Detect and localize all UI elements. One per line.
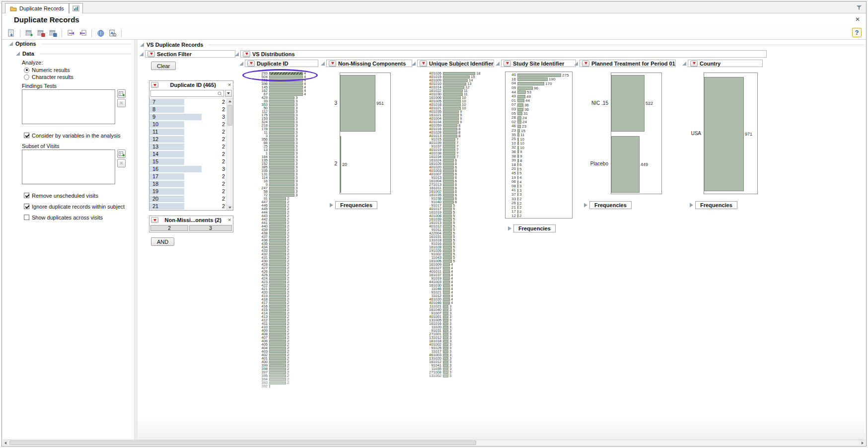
findings-tests-listbox[interactable] bbox=[22, 89, 115, 124]
hist-row[interactable]: 389 bbox=[506, 154, 572, 158]
hist-bar[interactable] bbox=[269, 228, 286, 231]
hist-bar[interactable] bbox=[269, 308, 286, 311]
hist-row[interactable]: 122 bbox=[506, 214, 572, 219]
disclosure-closed-icon[interactable] bbox=[584, 203, 587, 208]
scroll-down-arrow[interactable] bbox=[227, 205, 233, 210]
hist-bar[interactable] bbox=[517, 90, 526, 94]
hist-row[interactable]: 2824 bbox=[506, 116, 572, 120]
funnel-icon[interactable] bbox=[856, 4, 862, 11]
hist-bar[interactable] bbox=[269, 281, 286, 284]
scrollbar-thumb[interactable] bbox=[9, 441, 476, 445]
hist-row[interactable]: 0736 bbox=[506, 103, 572, 107]
hist-bar[interactable] bbox=[443, 295, 450, 298]
hist-bar[interactable] bbox=[269, 79, 303, 82]
hist-bar[interactable] bbox=[269, 72, 303, 75]
hist-bar[interactable] bbox=[443, 159, 454, 162]
hist-bar[interactable] bbox=[443, 322, 448, 325]
hist-bar[interactable] bbox=[269, 145, 294, 148]
options-header[interactable]: Options bbox=[9, 41, 131, 47]
hist-bar[interactable] bbox=[269, 103, 294, 106]
data-header[interactable]: Data bbox=[16, 51, 131, 57]
hist-bar[interactable] bbox=[269, 232, 286, 235]
hist-row[interactable]: 413 bbox=[506, 188, 572, 193]
hist-row[interactable]: 212 bbox=[506, 205, 572, 210]
hist-row[interactable]: 398 bbox=[506, 158, 572, 163]
hist-bar[interactable] bbox=[443, 138, 455, 141]
hist-row[interactable]: 205 bbox=[506, 167, 572, 171]
scroll-up-arrow[interactable] bbox=[227, 98, 233, 104]
filter-row[interactable]: 202 bbox=[149, 195, 226, 203]
column-header-study-site-identifier[interactable]: Study Site Identifier bbox=[501, 60, 576, 67]
panel-splitter[interactable] bbox=[134, 40, 138, 440]
hist-bar[interactable] bbox=[269, 162, 294, 165]
annotate-report-button[interactable]: A bbox=[107, 28, 118, 38]
hist-bar[interactable] bbox=[269, 368, 286, 371]
hist-bar[interactable] bbox=[269, 215, 286, 218]
filter-row[interactable]: 212 bbox=[149, 203, 226, 210]
checkbox-show-duplicates[interactable]: Show duplicates across visits bbox=[24, 215, 103, 221]
hist-bar[interactable] bbox=[443, 82, 466, 85]
hist-bar[interactable] bbox=[269, 246, 286, 249]
close-filter-icon[interactable]: ✕ bbox=[227, 82, 231, 87]
hist-bar[interactable] bbox=[269, 301, 286, 304]
filter-row[interactable]: 102 bbox=[149, 121, 226, 128]
web-report-button[interactable] bbox=[95, 28, 106, 38]
filter-row[interactable]: 142 bbox=[149, 150, 226, 158]
hist-bar[interactable] bbox=[517, 99, 524, 102]
hist-row[interactable]: 262 bbox=[506, 201, 572, 206]
hist-bar[interactable] bbox=[443, 128, 457, 131]
hist-bar[interactable] bbox=[517, 74, 561, 77]
radio-icon[interactable] bbox=[24, 75, 29, 80]
hist-bar[interactable] bbox=[269, 96, 294, 99]
hist-bar[interactable] bbox=[443, 197, 454, 200]
hist-bar[interactable] bbox=[443, 298, 450, 301]
disclosure-icon[interactable] bbox=[239, 62, 243, 66]
hist-bar[interactable] bbox=[517, 108, 523, 111]
disclosure-icon[interactable] bbox=[321, 62, 325, 66]
hist-row[interactable]: 04170 bbox=[506, 81, 572, 86]
checkbox-remove-unscheduled[interactable]: Remove unscheduled visits bbox=[24, 193, 98, 199]
hist-bar[interactable] bbox=[269, 135, 294, 138]
hist-bar[interactable] bbox=[269, 329, 286, 332]
hist-bar[interactable] bbox=[269, 312, 286, 315]
red-triangle-menu[interactable] bbox=[329, 61, 336, 67]
hist-bar[interactable] bbox=[443, 284, 450, 287]
hist-bar[interactable] bbox=[443, 228, 452, 231]
hist-bar[interactable] bbox=[269, 149, 294, 151]
search-input[interactable] bbox=[150, 90, 224, 97]
hist-bar[interactable] bbox=[517, 116, 521, 120]
hist-bar[interactable] bbox=[443, 162, 454, 165]
hist-row[interactable]: 1310023 bbox=[417, 374, 496, 377]
hist-bar[interactable] bbox=[269, 124, 294, 127]
filter-row[interactable]: 93 bbox=[149, 113, 226, 121]
hist-bar[interactable] bbox=[443, 239, 452, 242]
hist-row[interactable]: 4623 bbox=[506, 124, 572, 129]
radio-character-results[interactable]: Character results bbox=[24, 74, 73, 80]
hist-bar[interactable] bbox=[443, 235, 452, 238]
add-column-button[interactable] bbox=[117, 89, 126, 98]
disclosure-icon[interactable] bbox=[140, 52, 144, 56]
hist-bar[interactable] bbox=[269, 176, 294, 179]
checkbox-icon[interactable] bbox=[24, 204, 29, 209]
close-icon[interactable]: ✕ bbox=[855, 16, 860, 22]
hist-bar[interactable] bbox=[269, 190, 294, 193]
hist-bar[interactable] bbox=[269, 277, 286, 280]
hist-bar[interactable] bbox=[269, 169, 294, 172]
hist-bar[interactable] bbox=[269, 114, 294, 117]
hist-bar[interactable] bbox=[269, 225, 286, 228]
hist-bar[interactable] bbox=[443, 305, 448, 308]
hist-row[interactable]: 40275 bbox=[506, 73, 572, 77]
hist-bar[interactable] bbox=[269, 138, 294, 141]
hist-row[interactable]: 0996 bbox=[506, 86, 572, 90]
hist-bar[interactable] bbox=[269, 82, 303, 85]
hist-bar[interactable] bbox=[443, 103, 461, 106]
add-column-button[interactable] bbox=[117, 149, 126, 158]
hist-bar[interactable] bbox=[269, 159, 294, 162]
hist-bar[interactable] bbox=[443, 208, 452, 211]
hist-bar[interactable] bbox=[443, 89, 463, 92]
filter-row[interactable]: 132 bbox=[149, 143, 226, 150]
hist-bar[interactable] bbox=[517, 112, 522, 115]
filter-segment[interactable]: 3 bbox=[189, 225, 232, 231]
hist-row[interactable]: 194 bbox=[506, 175, 572, 180]
hist-bar[interactable] bbox=[269, 187, 294, 190]
